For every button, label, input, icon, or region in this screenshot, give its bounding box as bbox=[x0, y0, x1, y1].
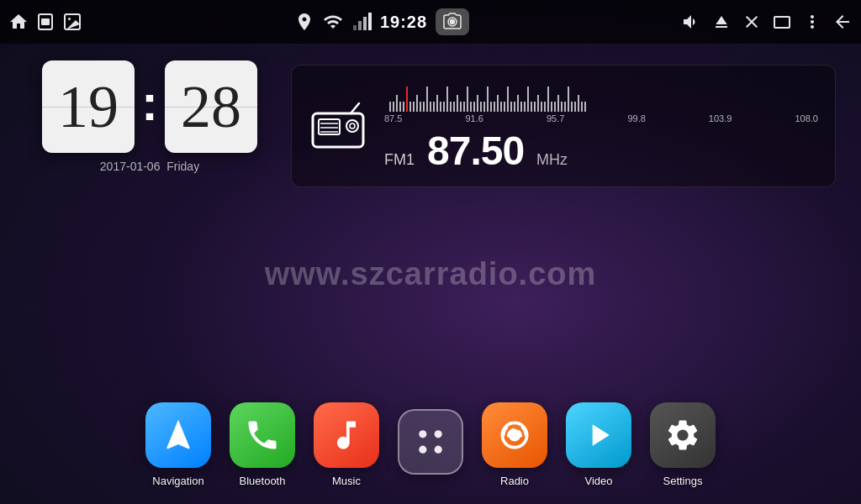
home-icon[interactable] bbox=[8, 12, 29, 32]
radio-freq-area: 87.5 91.6 95.7 99.8 103.9 108.0 FM1 87.5… bbox=[384, 78, 818, 174]
clock-hours: 19 bbox=[42, 60, 135, 153]
app-drawer[interactable] bbox=[397, 409, 464, 481]
more-icon[interactable] bbox=[802, 12, 822, 32]
navigation-label: Navigation bbox=[152, 475, 203, 487]
settings-icon[interactable] bbox=[650, 402, 716, 468]
watermark: www.szcarradio.com bbox=[265, 256, 597, 292]
time-display: 19:28 bbox=[380, 13, 427, 32]
radio-top: 87.5 91.6 95.7 99.8 103.9 108.0 FM1 87.5… bbox=[309, 78, 818, 174]
freq-bar bbox=[384, 78, 818, 112]
apps-drawer-icon[interactable] bbox=[398, 409, 463, 475]
music-label: Music bbox=[332, 475, 361, 487]
svg-rect-5 bbox=[358, 21, 362, 30]
window-icon[interactable] bbox=[772, 12, 792, 32]
video-label: Video bbox=[584, 475, 612, 487]
svg-rect-4 bbox=[353, 25, 357, 30]
svg-point-21 bbox=[512, 433, 517, 438]
svg-point-19 bbox=[419, 445, 426, 453]
clock-widget: 19 : 28 2017-01-06 Friday bbox=[42, 60, 257, 173]
video-icon[interactable] bbox=[566, 402, 631, 468]
main-content: 19 : 28 2017-01-06 Friday bbox=[0, 44, 861, 504]
gallery-icon[interactable] bbox=[62, 12, 82, 32]
status-left bbox=[8, 12, 82, 32]
settings-label: Settings bbox=[663, 475, 703, 487]
svg-line-13 bbox=[351, 103, 359, 113]
close-icon[interactable] bbox=[742, 12, 762, 32]
back-icon[interactable] bbox=[832, 12, 853, 32]
widgets-area: 19 : 28 2017-01-06 Friday bbox=[0, 44, 861, 196]
bluetooth-icon[interactable] bbox=[230, 402, 295, 468]
app-bluetooth[interactable]: Bluetooth bbox=[229, 402, 296, 487]
svg-point-20 bbox=[435, 445, 442, 453]
svg-point-18 bbox=[435, 430, 442, 438]
radio-unit: MHz bbox=[536, 151, 568, 169]
status-right bbox=[681, 12, 853, 32]
radio-icon bbox=[309, 101, 367, 151]
bluetooth-label: Bluetooth bbox=[240, 475, 286, 487]
camera-button[interactable] bbox=[436, 8, 469, 35]
clock-minutes: 28 bbox=[165, 60, 257, 153]
app-music[interactable]: Music bbox=[313, 402, 380, 487]
svg-rect-7 bbox=[368, 13, 372, 30]
svg-point-11 bbox=[346, 120, 358, 132]
radio-widget[interactable]: 87.5 91.6 95.7 99.8 103.9 108.0 FM1 87.5… bbox=[291, 65, 836, 187]
eject-icon[interactable] bbox=[711, 12, 732, 32]
clock-date: 2017-01-06 Friday bbox=[100, 160, 199, 173]
app-radio[interactable]: Radio bbox=[481, 402, 548, 487]
radio-app-icon[interactable] bbox=[482, 402, 547, 468]
radio-frequency: 87.50 bbox=[427, 128, 524, 174]
svg-rect-6 bbox=[363, 17, 367, 30]
svg-point-3 bbox=[68, 18, 71, 20]
sim-icon bbox=[35, 12, 55, 32]
svg-point-17 bbox=[419, 430, 426, 438]
svg-point-12 bbox=[350, 123, 355, 129]
status-center: 19:28 bbox=[294, 8, 469, 35]
app-grid: Navigation Bluetooth Music bbox=[0, 394, 861, 504]
svg-rect-8 bbox=[774, 17, 790, 28]
wifi-icon bbox=[323, 12, 343, 32]
app-settings[interactable]: Settings bbox=[649, 402, 716, 487]
location-icon bbox=[294, 12, 314, 32]
radio-band: FM1 bbox=[384, 151, 415, 169]
flip-clock: 19 : 28 bbox=[42, 60, 257, 153]
music-icon[interactable] bbox=[314, 402, 379, 468]
signal-icon bbox=[351, 12, 372, 32]
status-bar: 19:28 bbox=[0, 0, 861, 44]
app-video[interactable]: Video bbox=[565, 402, 632, 487]
clock-colon: : bbox=[141, 74, 158, 140]
app-navigation[interactable]: Navigation bbox=[145, 402, 212, 487]
navigation-icon[interactable] bbox=[145, 402, 211, 468]
radio-app-label: Radio bbox=[500, 475, 529, 487]
svg-rect-1 bbox=[41, 18, 50, 25]
volume-icon[interactable] bbox=[681, 12, 701, 32]
freq-scale-labels: 87.5 91.6 95.7 99.8 103.9 108.0 bbox=[384, 113, 818, 123]
radio-main-display: FM1 87.50 MHz bbox=[384, 128, 818, 174]
